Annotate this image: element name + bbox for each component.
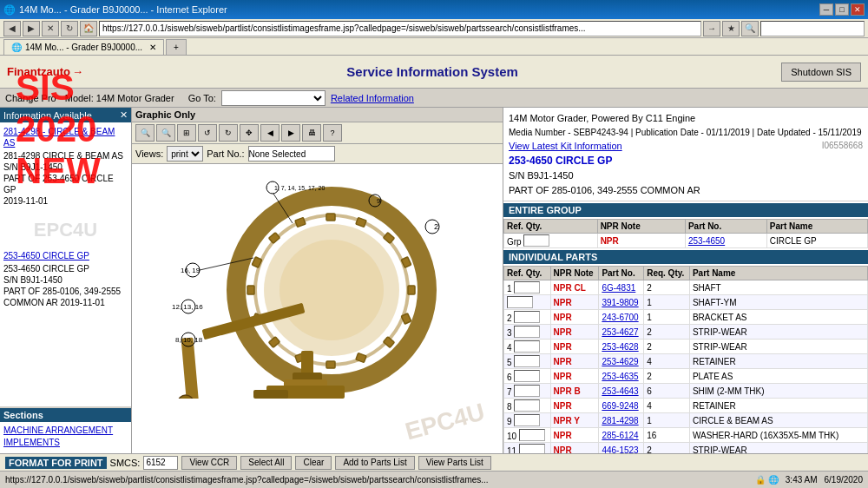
shutdown-button[interactable]: Shutdown SIS	[781, 63, 861, 82]
col-npr: NPR Note	[597, 220, 685, 234]
part-no-link[interactable]: 6G-4831	[602, 283, 635, 293]
pan-icon[interactable]: ✥	[240, 124, 259, 142]
part-no-link[interactable]: 253-4635	[602, 372, 638, 381]
go-button[interactable]: →	[703, 21, 720, 36]
table-row: 9 NPR Y 281-4298 1 CIRCLE & BEAM AS	[504, 413, 868, 428]
npr-link[interactable]: NPR	[554, 313, 572, 322]
print-icon[interactable]: 🖶	[302, 124, 321, 142]
col-ind-ref: Ref. Qty.	[504, 267, 551, 280]
part-no-link[interactable]: 446-1523	[602, 445, 638, 454]
close-button[interactable]: ✕	[851, 3, 865, 16]
zoom-out-icon[interactable]: 🔍	[156, 124, 175, 142]
tab-bar: 🌐 14M Mo... - Grader B9J0000... ✕ +	[0, 38, 868, 56]
forward-button[interactable]: ▶	[23, 21, 40, 36]
part-no-link[interactable]: 243-6700	[602, 313, 638, 322]
view-parts-list-button[interactable]: View Parts List	[418, 456, 491, 470]
info-close-icon[interactable]: ✕	[120, 109, 128, 121]
select-all-button[interactable]: Select All	[240, 456, 292, 470]
tab-new[interactable]: +	[166, 39, 187, 55]
individual-parts-title: INDIVIDUAL PARTS	[503, 250, 868, 264]
part-no-link[interactable]: 285-6124	[602, 431, 638, 440]
npr-link[interactable]: NPR	[554, 327, 572, 337]
part-qty-input[interactable]	[514, 370, 540, 382]
info-line2: Media Number - SEBP4243-94 | Publication…	[509, 126, 863, 139]
part-qty-input[interactable]	[514, 311, 540, 323]
next-icon[interactable]: ▶	[281, 124, 300, 142]
info-link-1[interactable]: 253-4650 CIRCLE GP	[3, 250, 128, 261]
npr-link[interactable]: NPR Y	[554, 416, 580, 425]
info-link-0[interactable]: 281-4298 - CIRCLE & BEAM AS	[3, 126, 128, 148]
maximize-button[interactable]: □	[835, 3, 849, 16]
refresh-button[interactable]: ↻	[61, 21, 78, 36]
npr-link[interactable]: NPR B	[554, 386, 581, 396]
goto-select[interactable]	[221, 90, 326, 106]
address-bar[interactable]	[99, 21, 701, 36]
help-icon[interactable]: ?	[323, 124, 342, 142]
back-button[interactable]: ◀	[3, 21, 21, 36]
part-qty-input[interactable]	[514, 355, 540, 367]
views-select[interactable]: print	[167, 146, 203, 162]
grp-label: Grp	[507, 237, 522, 247]
home-button[interactable]: 🏠	[80, 21, 97, 36]
app-header: Finantzauto → SIS 2020 NEW Service Infor…	[0, 56, 868, 89]
part-qty-input[interactable]	[514, 414, 540, 426]
part-qty-input[interactable]	[514, 281, 540, 293]
part-no-link[interactable]: 391-9809	[602, 298, 638, 307]
table-row: 5 NPR 253-4629 4 RETAINER	[504, 354, 868, 369]
part-qty-input[interactable]	[514, 399, 540, 412]
search-button[interactable]: 🔍	[741, 21, 759, 36]
npr-link[interactable]: NPR	[554, 445, 572, 454]
grp-npr[interactable]: NPR	[601, 236, 619, 246]
tab-close-icon[interactable]: ✕	[149, 43, 156, 52]
browser-search-input[interactable]	[760, 21, 865, 36]
part-qty-input[interactable]	[507, 296, 533, 308]
npr-link[interactable]: NPR	[554, 357, 572, 366]
zoom-in-icon[interactable]: 🔍	[135, 124, 155, 142]
views-label: Views:	[135, 148, 163, 159]
entire-group-row: Grp NPR 253-4650 CIRCLE GP	[504, 234, 868, 248]
favorites-button[interactable]: ★	[722, 21, 740, 36]
image-id: I06558668	[822, 139, 863, 152]
table-row: 1 NPR CL 6G-4831 2 SHAFT	[504, 280, 868, 295]
part-no-link[interactable]: 669-9248	[602, 401, 638, 411]
smcs-input[interactable]	[143, 456, 178, 470]
part-no-link[interactable]: 281-4298	[602, 416, 638, 425]
npr-link[interactable]: NPR	[554, 342, 572, 352]
view-kit-link[interactable]: View Latest Kit Information	[509, 141, 622, 151]
epc-watermark: EPC4U	[402, 398, 487, 445]
npr-link[interactable]: NPR	[554, 401, 572, 411]
part-no-link[interactable]: 253-4627	[602, 327, 638, 337]
rotate-left-icon[interactable]: ↺	[198, 124, 217, 142]
view-ccr-button[interactable]: View CCR	[181, 456, 237, 470]
npr-link[interactable]: NPR CL	[554, 283, 586, 293]
part-qty-input[interactable]	[514, 340, 540, 353]
app-logo: Finantzauto →	[7, 65, 83, 78]
clear-button[interactable]: Clear	[295, 456, 332, 470]
add-to-parts-button[interactable]: Add to Parts List	[335, 456, 414, 470]
bottom-toolbar: FORMAT FOR PRINT SMCS: View CCR Select A…	[0, 453, 868, 471]
partno-input[interactable]	[248, 146, 335, 162]
svg-text:1, 7, 14, 15, 17, 20: 1, 7, 14, 15, 17, 20	[274, 185, 325, 191]
part-qty-input[interactable]	[514, 385, 540, 397]
related-info-link[interactable]: Related Information	[331, 93, 414, 103]
part-qty-input[interactable]	[519, 429, 545, 441]
section-machine-arrangement[interactable]: MACHINE ARRANGEMENT	[3, 425, 128, 435]
tab-active[interactable]: 🌐 14M Mo... - Grader B9J0000... ✕	[3, 39, 164, 55]
rotate-right-icon[interactable]: ↻	[219, 124, 238, 142]
npr-link[interactable]: NPR	[554, 298, 572, 307]
section-implements[interactable]: IMPLEMENTS	[3, 438, 128, 447]
npr-link[interactable]: NPR	[554, 431, 572, 440]
part-no-link[interactable]: 253-4629	[602, 357, 638, 366]
smcs-label: SMCS:	[110, 458, 141, 468]
minimize-button[interactable]: ─	[819, 3, 833, 16]
grp-qty-input[interactable]	[523, 234, 549, 247]
fit-icon[interactable]: ⊞	[177, 124, 196, 142]
part-qty-input[interactable]	[519, 444, 545, 453]
prev-icon[interactable]: ◀	[260, 124, 279, 142]
stop-button[interactable]: ✕	[42, 21, 59, 36]
part-no-link[interactable]: 253-4628	[602, 342, 638, 352]
part-qty-input[interactable]	[514, 326, 540, 338]
part-no-link[interactable]: 253-4643	[602, 386, 638, 396]
grp-partno[interactable]: 253-4650	[688, 236, 725, 246]
npr-link[interactable]: NPR	[554, 372, 572, 381]
